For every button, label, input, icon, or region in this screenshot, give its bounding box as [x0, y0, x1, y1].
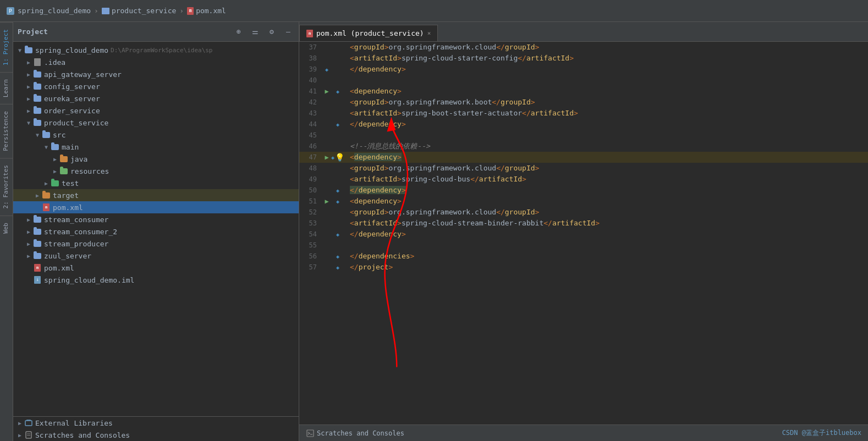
line-37: 37 <groupId>org.springframework.cloud</g…	[299, 42, 868, 53]
line-51: 51 ▶ ◈ <dependency>	[299, 196, 868, 207]
ext-arrow: ▶	[15, 418, 24, 427]
api-arrow: ▶	[24, 70, 33, 79]
svg-rect-1	[26, 432, 31, 438]
res-folder-icon	[59, 167, 68, 175]
zuul-label: zuul_server	[44, 252, 91, 260]
res-arrow: ▶	[51, 167, 59, 175]
root-folder-icon	[24, 46, 33, 54]
side-tabs: 1: Project Learn Persistence 2: Favorite…	[0, 22, 13, 441]
line-56: 56 ◈ </dependencies>	[299, 251, 868, 262]
java-folder-icon	[59, 155, 68, 163]
bottom-scratches-label: Scratches and Consoles	[317, 429, 404, 437]
filter-icon-btn[interactable]: ⚌	[249, 26, 261, 38]
tree-item-external[interactable]: ▶ External Libraries	[13, 417, 299, 429]
minimize-icon-btn[interactable]: —	[282, 26, 294, 38]
eureka-folder-icon	[33, 94, 42, 103]
line-53: 53 <artifactId>spring-cloud-stream-binde…	[299, 218, 868, 229]
pom-label: pom.xml	[53, 203, 83, 212]
locate-icon-btn[interactable]: ⊕	[233, 26, 245, 38]
tree-item-java[interactable]: ▶ java	[13, 153, 299, 165]
api-folder-icon	[33, 70, 42, 79]
line-52: 52 <groupId>org.springframework.cloud</g…	[299, 207, 868, 218]
tree-item-src[interactable]: ▼ src	[13, 129, 299, 141]
java-arrow: ▶	[51, 155, 59, 163]
line-46: 46 <!--消息总线的依赖-->	[299, 141, 868, 152]
tree-item-iml[interactable]: ▶ i spring_cloud_demo.iml	[13, 274, 299, 286]
sp-folder-icon	[33, 239, 42, 248]
tree-item-target[interactable]: ▶ target	[13, 189, 299, 201]
scratch-arrow: ▶	[15, 431, 24, 439]
tree-item-root-pom[interactable]: ▶ m pom.xml	[13, 262, 299, 274]
tree-item-product[interactable]: ▼ product_service	[13, 117, 299, 129]
main-folder-icon	[51, 142, 59, 151]
main-arrow: ▼	[42, 142, 51, 151]
tree-item-stream-consumer[interactable]: ▶ stream_consumer	[13, 213, 299, 225]
sc-folder-icon	[33, 215, 42, 224]
order-arrow: ▶	[24, 106, 33, 115]
tree-item-idea[interactable]: ▶ .idea	[13, 56, 299, 68]
root-label: spring_cloud_demo	[35, 46, 108, 54]
side-tab-persistence[interactable]: Persistence	[0, 104, 13, 158]
sp-arrow: ▶	[24, 239, 33, 248]
line-40: 40	[299, 75, 868, 86]
config-arrow: ▶	[24, 82, 33, 91]
tab-maven-icon: m	[306, 30, 313, 37]
src-label: src	[53, 131, 65, 139]
tree-item-main[interactable]: ▼ main	[13, 141, 299, 153]
sc2-label: stream_consumer_2	[44, 228, 117, 236]
scratch-icon	[24, 431, 33, 439]
line-44: 44 ◈ </dependency>	[299, 119, 868, 130]
side-tab-favorites[interactable]: 2: Favorites	[0, 158, 13, 215]
sc-label: stream_consumer	[44, 216, 108, 224]
line-39: 39 ◈ </dependency>	[299, 64, 868, 75]
side-tab-project[interactable]: 1: Project	[0, 22, 13, 72]
idea-arrow: ▶	[24, 58, 33, 67]
line-38: 38 <artifactId>spring-cloud-starter-conf…	[299, 53, 868, 64]
tree-item-test[interactable]: ▶ test	[13, 177, 299, 189]
project-panel: Project ⊕ ⚌ ⚙ — ▼ spring_cloud_demo D:\A…	[13, 22, 299, 441]
line-55: 55	[299, 240, 868, 251]
title-bar: P spring_cloud_demo › product_service › …	[0, 0, 868, 22]
line-43: 43 <artifactId>spring-boot-starter-actua…	[299, 108, 868, 119]
side-tab-web[interactable]: Web	[0, 216, 13, 240]
tree-item-stream-producer[interactable]: ▶ stream_producer	[13, 238, 299, 250]
tree-item-scratches[interactable]: ▶ Scratches and Consoles	[13, 429, 299, 441]
zuul-arrow: ▶	[24, 251, 33, 260]
rpom-label: pom.xml	[44, 264, 74, 272]
line-45: 45	[299, 130, 868, 141]
product-label: product_service	[44, 119, 108, 127]
idea-folder-icon	[33, 58, 42, 67]
tree-item-eureka[interactable]: ▶ eureka_server	[13, 92, 299, 104]
tree-item-api-gateway[interactable]: ▶ api_gateway_server	[13, 68, 299, 80]
tab-close-btn[interactable]: ×	[427, 30, 431, 37]
tree-item-stream-consumer2[interactable]: ▶ stream_consumer_2	[13, 225, 299, 238]
target-folder-icon	[42, 191, 51, 200]
panel-header: Project ⊕ ⚌ ⚙ —	[13, 22, 299, 42]
java-label: java	[70, 155, 87, 163]
bottom-bar: Scratches and Consoles CSDN @蓝盒子itbluebo…	[299, 425, 868, 441]
line-57: 57 ◈ </project>	[299, 262, 868, 273]
breadcrumb: spring_cloud_demo › product_service › m …	[18, 7, 226, 15]
editor-tabs: m pom.xml (product_service) ×	[299, 22, 868, 42]
tree-item-order[interactable]: ▶ order_service	[13, 104, 299, 117]
editor-tab-pom[interactable]: m pom.xml (product_service) ×	[299, 25, 438, 41]
bottom-scratches[interactable]: Scratches and Consoles	[306, 429, 404, 438]
watermark: CSDN @蓝盒子itbluebox	[782, 428, 861, 438]
tree-item-zuul[interactable]: ▶ zuul_server	[13, 250, 299, 262]
sp-label: stream_producer	[44, 240, 108, 248]
side-tab-learn[interactable]: Learn	[0, 72, 13, 104]
tree-item-config[interactable]: ▶ config_server	[13, 80, 299, 92]
rpom-icon: m	[33, 263, 42, 272]
scratch-label: Scratches and Consoles	[35, 431, 130, 439]
ext-icon	[24, 418, 33, 427]
tree-item-pom-selected[interactable]: ▶ m pom.xml	[13, 201, 299, 213]
product-folder-icon	[33, 118, 42, 127]
root-path: D:\AProgramWorkSpace\idea\sp	[111, 47, 212, 54]
config-label: config_server	[44, 82, 100, 91]
tree-root[interactable]: ▼ spring_cloud_demo D:\AProgramWorkSpace…	[13, 44, 299, 56]
tree-item-resources[interactable]: ▶ resources	[13, 165, 299, 177]
sc-arrow: ▶	[24, 215, 33, 224]
settings-icon-btn[interactable]: ⚙	[266, 26, 278, 38]
target-arrow: ▶	[33, 191, 42, 200]
iml-icon: i	[33, 275, 42, 284]
